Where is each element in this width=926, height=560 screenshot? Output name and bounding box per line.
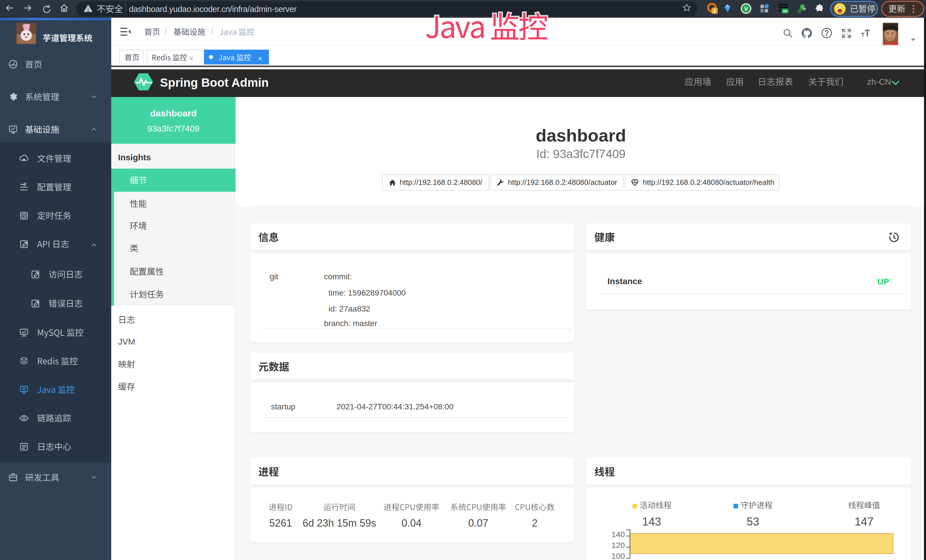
svg-text:1: 1: [713, 8, 716, 14]
svg-text:on: on: [783, 9, 787, 13]
svg-text:V: V: [744, 6, 748, 12]
